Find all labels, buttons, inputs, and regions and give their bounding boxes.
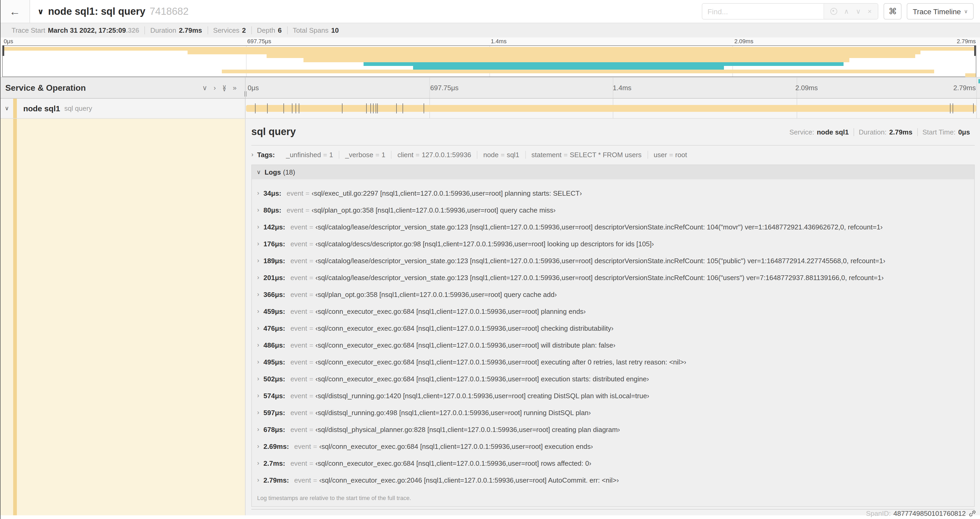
- log-timestamp: 34μs:: [263, 189, 282, 197]
- duration-value: 2.79ms: [179, 26, 202, 34]
- log-entry[interactable]: › 2.7ms: event = ‹sql/conn_executor_exec…: [257, 455, 974, 471]
- stat-trace-start: Trace Start March 31 2022, 17:25:09.326: [6, 26, 145, 34]
- span-row-timeline-cell[interactable]: [245, 99, 980, 118]
- minimap-tick-label: 2.09ms: [733, 38, 753, 44]
- detail-meta: Service:node sql1 Duration:2.79ms Start …: [784, 128, 975, 136]
- span-service-name[interactable]: node sql1: [23, 104, 60, 113]
- log-chevron-icon: ›: [257, 476, 262, 484]
- log-marker-tick: [373, 103, 374, 113]
- logs-header[interactable]: ∨ Logs (18): [252, 165, 974, 179]
- log-entry[interactable]: › 476μs: event = ‹sql/conn_executor_exec…: [257, 319, 974, 337]
- tags-accordion[interactable]: › Tags: _unfinished=1_verbose=1client=12…: [251, 145, 975, 163]
- next-match-icon[interactable]: ∨: [856, 7, 861, 15]
- log-entry[interactable]: › 486μs: event = ‹sql/conn_executor_exec…: [257, 337, 974, 353]
- collapse-all-icon[interactable]: ∨∨: [222, 85, 226, 91]
- minimap-canvas[interactable]: [2, 45, 976, 77]
- trace-start-label: Trace Start: [11, 26, 45, 34]
- log-entry[interactable]: › 502μs: event = ‹sql/conn_executor_exec…: [257, 370, 974, 387]
- trace-title-wrap[interactable]: ∨ node sql1: sql query 7418682: [30, 0, 702, 23]
- log-entry[interactable]: › 34μs: event = ‹sql/exec_util.go:2297 […: [257, 185, 974, 201]
- log-entry[interactable]: › 176μs: event = ‹sql/catalog/descs/desc…: [257, 235, 974, 252]
- meta-duration: Duration:2.79ms: [854, 128, 917, 136]
- log-marker-tick: [296, 103, 296, 113]
- log-entry[interactable]: › 678μs: event = ‹sql/distsql_physical_p…: [257, 421, 974, 438]
- row-gridline: [976, 99, 977, 118]
- back-button[interactable]: ←: [0, 0, 30, 23]
- tag-item: _unfinished=1: [280, 150, 339, 158]
- log-entry[interactable]: › 142μs: event = ‹sql/catalog/lease/desc…: [257, 218, 974, 235]
- scroll-teal-marker: [978, 79, 980, 83]
- prev-match-icon[interactable]: ∧: [844, 7, 849, 15]
- span-row-name-cell[interactable]: ∨ node sql1 sql query: [0, 99, 245, 118]
- log-marker-tick: [423, 103, 424, 113]
- log-marker-tick: [375, 103, 376, 113]
- log-field-key: event: [286, 189, 304, 197]
- log-entry[interactable]: › 201μs: event = ‹sql/catalog/lease/desc…: [257, 269, 974, 286]
- log-marker-tick: [371, 103, 371, 113]
- log-entry[interactable]: › 366μs: event = ‹sql/plan_opt.go:358 [n…: [257, 286, 974, 303]
- trace-timeline-page: ← ∨ node sql1: sql query 7418682 ∧ ∨ × ⌘…: [0, 0, 980, 519]
- log-marker-tick: [342, 103, 342, 113]
- minimap-left-scrub-handle[interactable]: [3, 45, 4, 56]
- stat-duration: Duration 2.79ms: [145, 26, 207, 34]
- minimap-tick-label: 0μs: [2, 38, 13, 44]
- tag-item: client=127.0.0.1:59936: [391, 150, 477, 158]
- find-controls: ∧ ∨ ×: [824, 4, 878, 19]
- tag-item: _verbose=1: [339, 150, 391, 158]
- log-field-value: ‹sql/conn_executor_exec.go:684 [nsql1,cl…: [315, 459, 591, 467]
- log-chevron-icon: ›: [257, 223, 262, 230]
- log-entry[interactable]: › 2.79ms: event = ‹sql/conn_executor_exe…: [257, 471, 974, 489]
- log-timestamp: 189μs:: [263, 257, 285, 265]
- log-entry[interactable]: › 574μs: event = ‹sql/distsql_running.go…: [257, 387, 974, 404]
- service-operation-header: Service & Operation ∨ › ∨∨ »: [0, 78, 245, 98]
- log-field-value: ‹sql/plan_opt.go:358 [nsql1,client=127.0…: [315, 291, 557, 298]
- span-id-label: SpanID:: [866, 509, 891, 517]
- meta-start-time: Start Time:0μs: [917, 128, 975, 136]
- collapse-trace-chevron-icon[interactable]: ∨: [37, 6, 44, 16]
- tags-chevron-icon: ›: [251, 151, 253, 158]
- minimap-span-bar: [221, 70, 934, 73]
- span-row: ∨ node sql1 sql query: [0, 99, 980, 119]
- minimap-right-scrub-handle[interactable]: [974, 45, 976, 56]
- log-entry[interactable]: › 495μs: event = ‹sql/conn_executor_exec…: [257, 353, 974, 370]
- link-icon[interactable]: [969, 510, 976, 517]
- log-entry[interactable]: › 80μs: event = ‹sql/plan_opt.go:358 [ns…: [257, 201, 974, 218]
- find-input[interactable]: [702, 4, 824, 19]
- logs-accordion: ∨ Logs (18) › 34μs: event = ‹sql/ex: [251, 164, 975, 507]
- log-field-value: ‹sql/conn_executor_exec.go:2046 [nsql1,c…: [319, 476, 619, 484]
- log-chevron-icon: ›: [257, 358, 262, 366]
- total-spans-value: 10: [331, 26, 339, 34]
- minimap-tick-label: 1.4ms: [489, 38, 507, 44]
- log-entry[interactable]: › 597μs: event = ‹sql/distsql_running.go…: [257, 404, 974, 421]
- span-collapse-chevron-icon[interactable]: ∨: [5, 105, 9, 112]
- clear-find-icon[interactable]: ×: [868, 7, 872, 15]
- log-marker-tick: [366, 103, 367, 113]
- detail-header: sql query Service:node sql1 Duration:2.7…: [251, 126, 975, 138]
- expand-one-icon[interactable]: ›: [214, 84, 216, 92]
- log-field-value: ‹sql/catalog/lease/descriptor_version_st…: [315, 223, 883, 231]
- log-entry[interactable]: › 189μs: event = ‹sql/catalog/lease/desc…: [257, 252, 974, 269]
- focus-match-icon[interactable]: [830, 8, 837, 15]
- trace-view-select[interactable]: Trace Timeline ∨: [907, 3, 974, 19]
- log-timestamp: 366μs:: [263, 291, 285, 298]
- expand-all-icon[interactable]: »: [233, 84, 237, 92]
- log-field-key: event: [290, 409, 307, 417]
- minimap-tick-labels: 0μs697.75μs1.4ms2.09ms2.79ms: [0, 37, 980, 45]
- collapse-one-icon[interactable]: ∨: [202, 84, 207, 92]
- log-marker-tick: [267, 103, 268, 113]
- log-field-value: ‹sql/exec_util.go:2297 [nsql1,client=127…: [312, 189, 582, 197]
- log-chevron-icon: ›: [257, 392, 262, 399]
- depth-indent-guide: [13, 99, 17, 118]
- log-entry[interactable]: › 459μs: event = ‹sql/conn_executor_exec…: [257, 303, 974, 319]
- logs-label: Logs: [264, 168, 281, 176]
- keyboard-shortcuts-button[interactable]: ⌘: [884, 3, 902, 19]
- log-field-key: event: [290, 341, 307, 349]
- stat-depth: Depth 6: [251, 26, 287, 34]
- log-entry[interactable]: › 2.69ms: event = ‹sql/conn_executor_exe…: [257, 438, 974, 455]
- log-field-key: event: [290, 240, 307, 248]
- log-chevron-icon: ›: [257, 459, 262, 467]
- span-operation-name[interactable]: sql query: [64, 104, 92, 112]
- tags-list: _unfinished=1_verbose=1client=127.0.0.1:…: [280, 150, 693, 158]
- ruler-tick-label: 0μs: [246, 84, 259, 92]
- log-timestamp: 201μs:: [263, 273, 285, 281]
